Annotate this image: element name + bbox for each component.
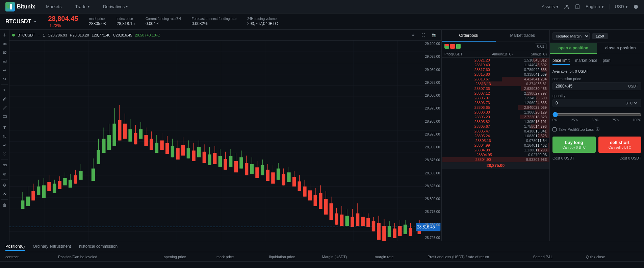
tool-pen[interactable] <box>1 95 9 103</box>
orderbook-panel: Orderbook Market trades 0.01 Price(USDT)… <box>441 30 549 268</box>
open-position-btn[interactable]: open a position <box>550 43 597 54</box>
tool-undo[interactable]: ↩ <box>1 66 9 74</box>
tool-eye[interactable]: 👁 <box>1 190 9 198</box>
ob-ask-row[interactable]: 28813.674.424041.234 <box>442 77 549 81</box>
tool-redo[interactable]: ↪ <box>1 75 9 83</box>
ob-ask-row[interactable]: 28807.362.639030.436 <box>442 86 549 91</box>
nav-trade[interactable]: Trade ▾ <box>72 3 92 10</box>
svg-rect-9 <box>5 51 6 53</box>
ob-ask-row[interactable]: 28821.201.510045.012 <box>442 58 549 63</box>
tool-ruler[interactable] <box>1 161 9 169</box>
op-tab-market-price[interactable]: market price <box>575 57 597 65</box>
svg-rect-96 <box>160 141 163 150</box>
sell-cost: Cost 0 USDT <box>619 156 641 160</box>
svg-rect-124 <box>234 161 238 172</box>
op-btn-row: buy long Can buy 0 BTC sell short Can se… <box>552 137 641 153</box>
chart-toolbar: BTCUSDT · 1 O28,786.93 H28,818.20 L28,77… <box>9 30 441 41</box>
tool-separator-5 <box>1 199 8 200</box>
ob-ask-row[interactable]: 28805.470.418013.041 <box>442 129 549 133</box>
ob-ask-row[interactable]: 28806.202.722018.823 <box>442 115 549 119</box>
chart-canvas[interactable]: 28,816.45 29,100.00 29,075.00 29,050.00 … <box>9 41 441 254</box>
op-tab-plan[interactable]: plan <box>603 57 611 65</box>
ob-ask-row[interactable]: 28805.821.305016.101 <box>442 119 549 124</box>
logo[interactable]: Bitunix <box>5 2 35 11</box>
chart-ohlc: O28,786.93 H28,818.20 L28,771.40 C28,816… <box>48 33 160 37</box>
tool-zoom[interactable]: ⊕ <box>1 170 9 178</box>
ob-ask-row[interactable]: 28806.301.306020.129 <box>442 110 549 115</box>
ob-precision[interactable]: 0.01 <box>535 43 547 49</box>
ob-ask-row[interactable]: 28804.909.93309.933 <box>442 157 549 162</box>
ob-ask-row[interactable]: 28805.671.755014.796 <box>442 124 549 129</box>
bottom-tab-historical[interactable]: historical commission <box>79 243 118 251</box>
buy-cost: Cost 0 USDT <box>552 156 574 160</box>
op-tab-price-limit[interactable]: price limit <box>552 57 570 65</box>
tool-crosshair[interactable]: ✛ <box>1 31 9 39</box>
chart-camera-btn[interactable]: 📷 <box>430 32 439 38</box>
leverage-btn[interactable]: 125X <box>592 33 608 39</box>
ob-ask-row[interactable]: 28806.971.234025.599 <box>442 96 549 100</box>
quantity-input[interactable] <box>556 101 624 105</box>
svg-rect-102 <box>176 148 179 160</box>
nav-user-icon[interactable] <box>564 4 569 9</box>
ob-ask-row[interactable]: 28804.990.164011.462 <box>442 143 549 148</box>
nav-currency[interactable]: USD ▾ <box>615 4 628 9</box>
bottom-panel: Position(0) Ordinary entrustment histori… <box>0 241 644 268</box>
nav-language[interactable]: English ▾ <box>586 4 604 9</box>
quantity-input-row: BTC <box>552 99 641 107</box>
nav-derivatives[interactable]: Derivatives ▾ <box>100 3 130 10</box>
nav-theme-icon[interactable] <box>633 4 639 9</box>
tp-sl-toggle[interactable]: Take Profit/Stop Loss ⓘ <box>552 127 641 132</box>
close-position-btn[interactable]: close a position <box>597 43 644 54</box>
tool-shape[interactable] <box>1 113 9 121</box>
tool-text[interactable]: T <box>1 124 9 132</box>
op-action-btns: open a position close a position <box>550 43 644 54</box>
ticker-pair-name: BTCUSDT <box>5 19 31 25</box>
tp-sl-checkbox[interactable] <box>552 127 557 131</box>
ob-tab-market-trades[interactable]: Market trades <box>496 30 550 42</box>
chart-fullscreen-btn[interactable]: ⛶ <box>419 32 427 38</box>
margin-type-select[interactable]: Isolated Margin <box>552 32 590 40</box>
ob-ask-row[interactable]: 28807.122.198027.797 <box>442 91 549 96</box>
ob-ask-row[interactable]: 28806.731.296024.365 <box>442 100 549 105</box>
ticker-pair[interactable]: BTCUSDT <box>5 19 37 25</box>
svg-rect-98 <box>165 143 169 154</box>
svg-rect-168 <box>351 217 354 227</box>
ob-color-all[interactable] <box>444 44 449 49</box>
ob-ask-row[interactable]: 28817.600.789042.358 <box>442 67 549 72</box>
tool-settings[interactable]: ⚙ <box>1 181 9 189</box>
bottom-tab-positions[interactable]: Position(0) <box>5 243 25 251</box>
ob-ask-row[interactable]: 28804.981.138011.298 <box>442 148 549 152</box>
tool-interval[interactable]: 1m <box>1 40 9 48</box>
tool-line[interactable] <box>1 104 9 112</box>
tool-trash[interactable]: 🗑 <box>1 201 9 209</box>
tool-candle-type[interactable] <box>1 49 9 57</box>
buy-long-btn[interactable]: buy long Can buy 0 BTC <box>552 137 596 153</box>
quantity-currency-select[interactable]: BTC <box>624 101 638 105</box>
op-slider-container: 0% 25% 50% 75% 100% <box>552 111 641 123</box>
position-size-slider[interactable] <box>552 112 641 117</box>
nav-assets[interactable]: Assets ▾ <box>542 4 559 9</box>
tool-heart[interactable]: ♡ <box>1 150 9 158</box>
bottom-tab-ordinary[interactable]: Ordinary entrustment <box>33 243 71 251</box>
ob-ask-row[interactable]: 28805.160.078011.54 <box>442 138 549 143</box>
ob-current-price: 28,875.00 <box>442 162 549 169</box>
ob-tab-orderbook[interactable]: Orderbook <box>442 30 496 42</box>
nav-markets[interactable]: Markets <box>43 3 64 10</box>
ob-ask-row[interactable]: 28813.136.374036.81 <box>442 81 549 86</box>
ob-ask-row[interactable]: 28806.652.940023.069 <box>442 105 549 110</box>
ob-ask-row[interactable]: 28805.241.083012.623 <box>442 133 549 138</box>
ob-color-asks[interactable] <box>450 44 455 49</box>
ob-ask-row[interactable]: 28804.950.02709.96 <box>442 152 549 157</box>
assets-chevron: ▾ <box>556 4 559 9</box>
tool-fibonacci[interactable]: fib <box>1 132 9 141</box>
tool-indicators[interactable]: Ind <box>2 57 7 66</box>
nav-clipboard-icon[interactable] <box>575 4 580 9</box>
tool-wave[interactable] <box>1 141 9 149</box>
ob-ask-row[interactable]: 28819.401.144043.502 <box>442 63 549 67</box>
ob-ask-row[interactable]: 28815.800.335041.569 <box>442 72 549 77</box>
chart-settings-btn[interactable]: ⚙ <box>409 32 417 38</box>
tool-cursor[interactable] <box>1 86 9 94</box>
sell-short-btn[interactable]: sell short Can sell 0 BTC <box>598 137 642 153</box>
ob-color-bids[interactable] <box>456 44 461 49</box>
commission-price-input[interactable] <box>556 84 628 89</box>
